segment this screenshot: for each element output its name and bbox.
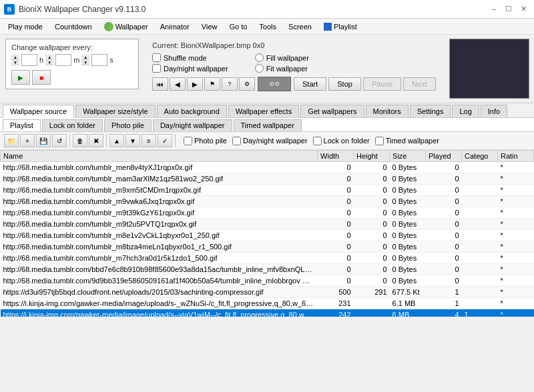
table-row[interactable]: http://68.media.tumblr.com/tumblr_mam3ar… [1,173,534,185]
sub-tab-0[interactable]: Playlist [3,119,41,131]
cell-4: 0 [426,241,462,253]
main-tab-7[interactable]: Log [452,105,479,117]
main-tab-0[interactable]: Wallpaper source [3,105,74,118]
table-row[interactable]: http://68.media.tumblr.com/tumblr_m9t2u5… [1,219,534,230]
col-header-name[interactable]: Name [1,151,318,162]
menu-tools[interactable]: Tools [254,21,282,32]
timed-checkbox[interactable] [375,137,384,145]
menu-animator[interactable]: Animator [155,21,195,32]
table-row[interactable]: http://68.media.tumblr.com/tumblr_m8e1v2… [1,230,534,241]
daynight-toolbar-checkbox[interactable] [232,137,241,145]
fit-radio[interactable] [255,64,264,73]
fill-radio[interactable] [255,53,264,62]
cell-0: http://68.media.tumblr.com/bbd7e6c8b910b… [1,264,318,275]
close-button[interactable]: ✕ [517,3,530,15]
table-row[interactable]: http://68.media.tumblr.com/9d9bb319e5860… [1,275,534,287]
shuffle-checkbox[interactable] [152,53,161,62]
col-header-width[interactable]: Width [318,151,354,162]
start-button[interactable]: Start [294,77,326,91]
move-up-button[interactable]: ▲ [109,134,124,147]
separator-1 [69,135,70,147]
menu-play-mode[interactable]: Play mode [3,21,48,32]
next-button[interactable]: Next [403,77,436,91]
main-tab-3[interactable]: Wallpaper effects [228,105,299,117]
sec-input[interactable] [91,54,107,66]
sec-down[interactable]: ▼ [81,60,89,65]
sub-tab-3[interactable]: Day/night wallpaper [153,119,232,131]
stop-play-button[interactable]: ■ [32,70,51,85]
cell-0: http://68.media.tumblr.com/tumblr_men8v4… [1,162,318,173]
table-row[interactable]: http://68.media.tumblr.com/tumblr_m8bza4… [1,241,534,253]
table-row[interactable]: https://i.kinja-img.com/gawker-media/ima… [1,309,534,317]
cell-5 [462,230,498,241]
minimize-button[interactable]: − [487,3,501,15]
table-row[interactable]: http://68.media.tumblr.com/bbd7e6c8b910b… [1,264,534,275]
hour-input[interactable]: 0 [21,54,37,66]
min-up[interactable]: ▲ [45,55,53,60]
save-button[interactable]: 💾 [36,134,51,147]
play-button[interactable]: ▶ [11,70,30,85]
prev-button[interactable]: ◀ [170,77,186,91]
sub-tab-4[interactable]: Timed wallpaper [234,119,302,131]
hour-down[interactable]: ▼ [11,60,19,65]
delete-button[interactable]: 🗑 [73,134,87,147]
add-button[interactable]: + [20,134,35,147]
col-header-height[interactable]: Height [354,151,390,162]
menu-playlist[interactable]: Playlist [318,21,362,32]
settings-nav-button[interactable]: ⚙ [239,77,255,91]
lock-folder-checkbox[interactable] [313,137,322,145]
prev-prev-button[interactable]: ⏮ [152,77,168,91]
sub-tab-1[interactable]: Lock on folder [42,119,103,131]
table-row[interactable]: https://i.kinja-img.com/gawker-media/ima… [1,298,534,309]
flag-button[interactable]: ⚑ [204,77,220,91]
col-header-played[interactable]: Played [426,151,462,162]
main-tab-6[interactable]: Settings [410,105,451,117]
photo-pile-checkbox[interactable] [184,137,192,145]
menu-countdown[interactable]: Countdown [49,21,97,32]
cell-4: 0 [426,185,462,196]
col-header-catego[interactable]: Catego [462,151,498,162]
maximize-button[interactable]: ☐ [502,3,515,15]
min-down[interactable]: ▼ [45,60,53,65]
refresh-button[interactable]: ↺ [52,134,67,147]
main-tab-8[interactable]: Info [481,105,507,117]
pause-button[interactable]: Pause [363,77,401,91]
menu-wallpaper[interactable]: Wallpaper [99,21,154,33]
table-row[interactable]: http://68.media.tumblr.com/tumblr_m9vwka… [1,196,534,207]
hour-up[interactable]: ▲ [11,55,19,60]
move-down-button[interactable]: ▼ [125,134,140,147]
cell-0: http://68.media.tumblr.com/tumblr_m9vwka… [1,196,318,207]
cell-4: 0 [426,275,462,287]
main-tab-1[interactable]: Wallpaper size/style [75,105,155,117]
delete-all-button[interactable]: ✖ [89,134,103,147]
sub-tab-2[interactable]: Photo pile [104,119,152,131]
table-row[interactable]: http://68.media.tumblr.com/tumblr_m9xm5t… [1,185,534,196]
sort-button[interactable]: ≡ [142,134,156,147]
app-icon: B [4,4,15,15]
folder-open-button[interactable]: 📁 [4,134,19,147]
check-button[interactable]: ✓ [158,134,172,147]
menu-view[interactable]: View [196,21,223,32]
main-tab-4[interactable]: Get wallpapers [300,105,364,117]
table-row[interactable]: http://68.media.tumblr.com/tumblr_m9t39k… [1,207,534,219]
cell-4: 0 [426,173,462,185]
col-header-size[interactable]: Size [390,151,426,162]
stop-button[interactable]: Stop [328,77,361,91]
cell-4: 4 [426,309,462,317]
menu-screen[interactable]: Screen [283,21,317,32]
daynight-checkbox[interactable] [152,64,161,73]
table-row[interactable]: http://68.media.tumblr.com/tumblr_m7hch3… [1,253,534,264]
cell-6: * [498,219,534,230]
sec-up[interactable]: ▲ [81,55,89,60]
main-tabs: Wallpaper sourceWallpaper size/styleAuto… [0,103,534,118]
info-button[interactable]: ? [222,77,238,91]
main-tab-2[interactable]: Auto background [157,105,227,117]
cell-6: * [498,275,534,287]
table-row[interactable]: http://68.media.tumblr.com/tumblr_men8v4… [1,162,534,173]
next-nav-button[interactable]: ▶ [187,77,203,91]
col-header-ratin[interactable]: Ratin [498,151,534,162]
main-tab-5[interactable]: Monitors [366,105,409,117]
menu-goto[interactable]: Go to [224,21,252,32]
min-input[interactable]: 2 [55,54,71,66]
table-row[interactable]: https://d3ui957tjb5bqd.cloudfront.net/up… [1,287,534,298]
